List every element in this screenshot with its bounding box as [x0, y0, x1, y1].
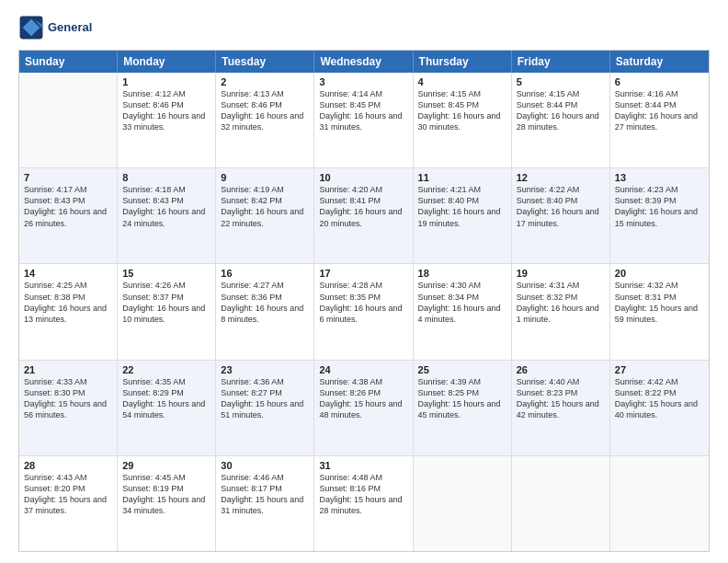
- day-number: 30: [221, 460, 309, 471]
- day-info: Sunrise: 4:35 AM Sunset: 8:29 PM Dayligh…: [122, 376, 210, 421]
- calendar-cell: [414, 456, 512, 551]
- day-info: Sunrise: 4:15 AM Sunset: 8:44 PM Dayligh…: [517, 88, 605, 133]
- day-info: Sunrise: 4:43 AM Sunset: 8:20 PM Dayligh…: [24, 472, 112, 517]
- day-number: 10: [319, 172, 407, 183]
- calendar-cell: [512, 456, 610, 551]
- calendar-cell: 28Sunrise: 4:43 AM Sunset: 8:20 PM Dayli…: [19, 456, 118, 551]
- day-number: 25: [418, 364, 506, 375]
- calendar-cell: 2Sunrise: 4:13 AM Sunset: 8:46 PM Daylig…: [216, 73, 314, 167]
- calendar-cell: 11Sunrise: 4:21 AM Sunset: 8:40 PM Dayli…: [414, 168, 512, 263]
- day-info: Sunrise: 4:40 AM Sunset: 8:23 PM Dayligh…: [517, 376, 605, 421]
- day-number: 31: [319, 460, 407, 471]
- day-number: 27: [615, 364, 704, 375]
- logo: General: [18, 15, 96, 40]
- day-number: 18: [418, 268, 506, 279]
- calendar-cell: 19Sunrise: 4:31 AM Sunset: 8:32 PM Dayli…: [512, 264, 610, 359]
- day-number: 13: [615, 172, 704, 183]
- calendar-cell: 22Sunrise: 4:35 AM Sunset: 8:29 PM Dayli…: [118, 361, 216, 455]
- day-number: 5: [517, 76, 605, 87]
- calendar-cell: 27Sunrise: 4:42 AM Sunset: 8:22 PM Dayli…: [610, 361, 709, 455]
- day-number: 17: [319, 268, 407, 279]
- day-info: Sunrise: 4:31 AM Sunset: 8:32 PM Dayligh…: [517, 280, 605, 325]
- day-info: Sunrise: 4:39 AM Sunset: 8:25 PM Dayligh…: [418, 376, 506, 421]
- day-number: 14: [24, 268, 112, 279]
- day-number: 24: [319, 364, 407, 375]
- calendar-cell: 30Sunrise: 4:46 AM Sunset: 8:17 PM Dayli…: [216, 456, 314, 551]
- calendar-header: SundayMondayTuesdayWednesdayThursdayFrid…: [19, 51, 709, 73]
- day-number: 21: [24, 364, 112, 375]
- calendar-cell: [19, 73, 118, 167]
- page: General SundayMondayTuesdayWednesdayThur…: [0, 0, 728, 563]
- calendar-cell: 26Sunrise: 4:40 AM Sunset: 8:23 PM Dayli…: [512, 361, 610, 455]
- calendar-cell: 5Sunrise: 4:15 AM Sunset: 8:44 PM Daylig…: [512, 73, 610, 167]
- day-number: 7: [24, 172, 112, 183]
- day-number: 15: [122, 268, 210, 279]
- day-info: Sunrise: 4:21 AM Sunset: 8:40 PM Dayligh…: [418, 184, 506, 229]
- day-number: 4: [418, 76, 506, 87]
- day-number: 2: [221, 76, 309, 87]
- day-number: 20: [615, 268, 704, 279]
- day-info: Sunrise: 4:33 AM Sunset: 8:30 PM Dayligh…: [24, 376, 112, 421]
- calendar-row: 21Sunrise: 4:33 AM Sunset: 8:30 PM Dayli…: [19, 361, 709, 456]
- calendar-cell: 25Sunrise: 4:39 AM Sunset: 8:25 PM Dayli…: [414, 361, 512, 455]
- logo-icon: [18, 15, 44, 40]
- calendar-cell: 8Sunrise: 4:18 AM Sunset: 8:43 PM Daylig…: [118, 168, 216, 263]
- calendar-cell: 3Sunrise: 4:14 AM Sunset: 8:45 PM Daylig…: [314, 73, 413, 167]
- day-number: 16: [221, 268, 309, 279]
- day-number: 12: [517, 172, 605, 183]
- calendar-cell: 9Sunrise: 4:19 AM Sunset: 8:42 PM Daylig…: [216, 168, 314, 263]
- day-info: Sunrise: 4:36 AM Sunset: 8:27 PM Dayligh…: [221, 376, 309, 421]
- day-number: 8: [122, 172, 210, 183]
- day-number: 22: [122, 364, 210, 375]
- day-number: 11: [418, 172, 506, 183]
- day-info: Sunrise: 4:20 AM Sunset: 8:41 PM Dayligh…: [319, 184, 407, 229]
- day-info: Sunrise: 4:15 AM Sunset: 8:45 PM Dayligh…: [418, 88, 506, 133]
- day-number: 9: [221, 172, 309, 183]
- header-cell-sunday: Sunday: [19, 51, 118, 73]
- calendar-row: 14Sunrise: 4:25 AM Sunset: 8:38 PM Dayli…: [19, 264, 709, 360]
- day-number: 26: [517, 364, 605, 375]
- calendar-row: 28Sunrise: 4:43 AM Sunset: 8:20 PM Dayli…: [19, 456, 709, 551]
- calendar-cell: 16Sunrise: 4:27 AM Sunset: 8:36 PM Dayli…: [216, 264, 314, 359]
- calendar-cell: 23Sunrise: 4:36 AM Sunset: 8:27 PM Dayli…: [216, 361, 314, 455]
- day-info: Sunrise: 4:26 AM Sunset: 8:37 PM Dayligh…: [122, 280, 210, 325]
- header: General: [18, 15, 710, 40]
- calendar-cell: 31Sunrise: 4:48 AM Sunset: 8:16 PM Dayli…: [314, 456, 413, 551]
- day-info: Sunrise: 4:30 AM Sunset: 8:34 PM Dayligh…: [418, 280, 506, 325]
- day-number: 19: [517, 268, 605, 279]
- header-cell-saturday: Saturday: [610, 51, 709, 73]
- day-number: 28: [24, 460, 112, 471]
- day-info: Sunrise: 4:28 AM Sunset: 8:35 PM Dayligh…: [319, 280, 407, 325]
- day-info: Sunrise: 4:48 AM Sunset: 8:16 PM Dayligh…: [319, 472, 407, 517]
- calendar-cell: 10Sunrise: 4:20 AM Sunset: 8:41 PM Dayli…: [314, 168, 413, 263]
- calendar-cell: 14Sunrise: 4:25 AM Sunset: 8:38 PM Dayli…: [19, 264, 118, 359]
- calendar-body: 1Sunrise: 4:12 AM Sunset: 8:46 PM Daylig…: [19, 73, 709, 551]
- day-info: Sunrise: 4:27 AM Sunset: 8:36 PM Dayligh…: [221, 280, 309, 325]
- calendar-cell: 6Sunrise: 4:16 AM Sunset: 8:44 PM Daylig…: [610, 73, 709, 167]
- header-cell-wednesday: Wednesday: [314, 51, 413, 73]
- calendar-cell: 24Sunrise: 4:38 AM Sunset: 8:26 PM Dayli…: [314, 361, 413, 455]
- day-number: 29: [122, 460, 210, 471]
- day-info: Sunrise: 4:38 AM Sunset: 8:26 PM Dayligh…: [319, 376, 407, 421]
- day-info: Sunrise: 4:25 AM Sunset: 8:38 PM Dayligh…: [24, 280, 112, 325]
- day-info: Sunrise: 4:16 AM Sunset: 8:44 PM Dayligh…: [615, 88, 704, 133]
- calendar-cell: 17Sunrise: 4:28 AM Sunset: 8:35 PM Dayli…: [314, 264, 413, 359]
- day-info: Sunrise: 4:46 AM Sunset: 8:17 PM Dayligh…: [221, 472, 309, 517]
- day-info: Sunrise: 4:23 AM Sunset: 8:39 PM Dayligh…: [615, 184, 704, 229]
- calendar-cell: 21Sunrise: 4:33 AM Sunset: 8:30 PM Dayli…: [19, 361, 118, 455]
- day-info: Sunrise: 4:14 AM Sunset: 8:45 PM Dayligh…: [319, 88, 407, 133]
- day-info: Sunrise: 4:13 AM Sunset: 8:46 PM Dayligh…: [221, 88, 309, 133]
- calendar-cell: 4Sunrise: 4:15 AM Sunset: 8:45 PM Daylig…: [414, 73, 512, 167]
- day-info: Sunrise: 4:42 AM Sunset: 8:22 PM Dayligh…: [615, 376, 704, 421]
- header-cell-friday: Friday: [512, 51, 610, 73]
- day-info: Sunrise: 4:19 AM Sunset: 8:42 PM Dayligh…: [221, 184, 309, 229]
- calendar-cell: 1Sunrise: 4:12 AM Sunset: 8:46 PM Daylig…: [118, 73, 216, 167]
- day-info: Sunrise: 4:17 AM Sunset: 8:43 PM Dayligh…: [24, 184, 112, 229]
- calendar-cell: 15Sunrise: 4:26 AM Sunset: 8:37 PM Dayli…: [118, 264, 216, 359]
- logo-text: General: [48, 20, 92, 35]
- calendar-cell: [610, 456, 709, 551]
- day-info: Sunrise: 4:12 AM Sunset: 8:46 PM Dayligh…: [122, 88, 210, 133]
- day-info: Sunrise: 4:18 AM Sunset: 8:43 PM Dayligh…: [122, 184, 210, 229]
- day-number: 23: [221, 364, 309, 375]
- calendar-cell: 18Sunrise: 4:30 AM Sunset: 8:34 PM Dayli…: [414, 264, 512, 359]
